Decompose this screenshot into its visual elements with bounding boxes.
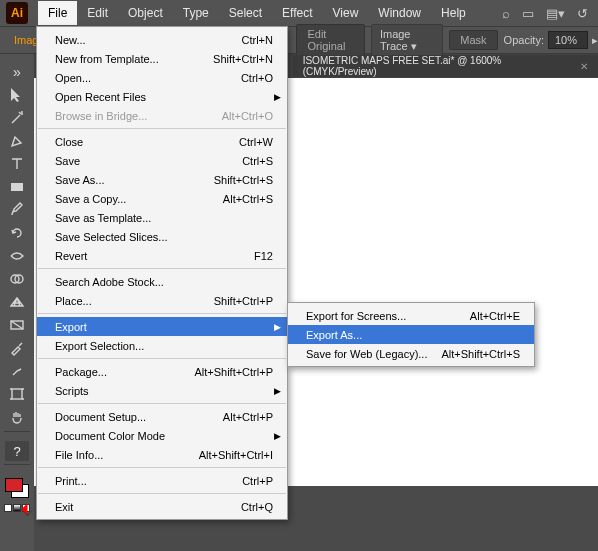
file-menu-item-document-color-mode[interactable]: Document Color Mode▶	[37, 426, 287, 445]
type-tool[interactable]	[3, 152, 31, 175]
file-menu-item-new[interactable]: New...Ctrl+N	[37, 30, 287, 49]
menu-item-label: New from Template...	[55, 53, 159, 65]
menu-separator	[38, 403, 286, 404]
file-menu-item-save-as-template[interactable]: Save as Template...	[37, 208, 287, 227]
menu-item-shortcut: Alt+Shift+Ctrl+P	[194, 366, 273, 378]
menu-view[interactable]: View	[323, 1, 369, 25]
app-abbrev: Ai	[11, 6, 23, 20]
artboard-tool[interactable]	[3, 382, 31, 405]
fill-swatch[interactable]	[5, 478, 23, 492]
menu-select[interactable]: Select	[219, 1, 272, 25]
menu-item-label: New...	[55, 34, 86, 46]
menu-item-shortcut: Alt+Ctrl+P	[223, 411, 273, 423]
file-menu-item-export[interactable]: Export▶	[37, 317, 287, 336]
image-trace-button[interactable]: Image Trace ▾	[371, 24, 443, 57]
pen-tool[interactable]	[3, 129, 31, 152]
export-menu-item-export-as[interactable]: Export As...	[288, 325, 534, 344]
menu-edit[interactable]: Edit	[77, 1, 118, 25]
menu-help[interactable]: Help	[431, 1, 476, 25]
menu-item-label: Open...	[55, 72, 91, 84]
export-menu-item-save-for-web-legacy[interactable]: Save for Web (Legacy)...Alt+Shift+Ctrl+S	[288, 344, 534, 363]
file-menu-item-export-selection[interactable]: Export Selection...	[37, 336, 287, 355]
arrange-icon[interactable]: ▤▾	[546, 6, 565, 21]
layout-icon[interactable]: ▭	[522, 6, 534, 21]
tool-panel: » ?	[0, 54, 34, 551]
file-menu-item-place[interactable]: Place...Shift+Ctrl+P	[37, 291, 287, 310]
file-menu-item-exit[interactable]: ExitCtrl+Q	[37, 497, 287, 516]
gradient-tool[interactable]	[3, 313, 31, 336]
app-icon: Ai	[6, 2, 28, 24]
file-menu-item-document-setup[interactable]: Document Setup...Alt+Ctrl+P	[37, 407, 287, 426]
file-menu-item-new-from-template[interactable]: New from Template...Shift+Ctrl+N	[37, 49, 287, 68]
menu-item-label: Package...	[55, 366, 107, 378]
menu-item-shortcut: Ctrl+Q	[241, 501, 273, 513]
file-menu-item-search-adobe-stock[interactable]: Search Adobe Stock...	[37, 272, 287, 291]
paintbrush-tool[interactable]	[3, 198, 31, 221]
menu-item-label: Export	[55, 321, 87, 333]
file-menu-item-open[interactable]: Open...Ctrl+O	[37, 68, 287, 87]
menu-item-label: Save as Template...	[55, 212, 151, 224]
chevron-right-icon: ▶	[274, 92, 281, 102]
rectangle-tool[interactable]	[3, 175, 31, 198]
menu-item-label: Save for Web (Legacy)...	[306, 348, 427, 360]
search-icon[interactable]: ⌕	[502, 6, 510, 21]
menu-item-label: Close	[55, 136, 83, 148]
file-menu-item-save-as[interactable]: Save As...Shift+Ctrl+S	[37, 170, 287, 189]
color-mode-swatches[interactable]	[4, 504, 30, 512]
selection-tool[interactable]	[3, 83, 31, 106]
menu-item-shortcut: Alt+Ctrl+E	[470, 310, 520, 322]
menu-item-label: Scripts	[55, 385, 89, 397]
width-tool[interactable]	[3, 244, 31, 267]
menu-item-label: Document Setup...	[55, 411, 146, 423]
menu-item-label: Save a Copy...	[55, 193, 126, 205]
expand-icon[interactable]: »	[3, 60, 31, 83]
menu-item-label: Revert	[55, 250, 87, 262]
file-menu-item-open-recent-files[interactable]: Open Recent Files▶	[37, 87, 287, 106]
svg-rect-4	[12, 389, 22, 399]
file-menu-item-browse-in-bridge: Browse in Bridge...Alt+Ctrl+O	[37, 106, 287, 125]
file-menu-item-close[interactable]: CloseCtrl+W	[37, 132, 287, 151]
menu-item-label: Document Color Mode	[55, 430, 165, 442]
file-menu-item-package[interactable]: Package...Alt+Shift+Ctrl+P	[37, 362, 287, 381]
menubar-right: ⌕ ▭ ▤▾ ↺	[502, 6, 598, 21]
menu-item-shortcut: Ctrl+N	[242, 34, 273, 46]
menu-item-label: Exit	[55, 501, 73, 513]
file-menu-item-file-info[interactable]: File Info...Alt+Shift+Ctrl+I	[37, 445, 287, 464]
hand-tool[interactable]	[3, 405, 31, 428]
chevron-right-icon: ▶	[274, 386, 281, 396]
magic-wand-tool[interactable]	[3, 106, 31, 129]
perspective-grid-tool[interactable]	[3, 290, 31, 313]
file-menu-item-scripts[interactable]: Scripts▶	[37, 381, 287, 400]
file-menu-item-save-a-copy[interactable]: Save a Copy...Alt+Ctrl+S	[37, 189, 287, 208]
opacity-value: 10%	[555, 34, 577, 46]
file-menu-item-save[interactable]: SaveCtrl+S	[37, 151, 287, 170]
menu-window[interactable]: Window	[368, 1, 431, 25]
symbol-sprayer-tool[interactable]	[3, 359, 31, 382]
menu-type[interactable]: Type	[173, 1, 219, 25]
eyedropper-tool[interactable]	[3, 336, 31, 359]
sync-icon[interactable]: ↺	[577, 6, 588, 21]
menu-effect[interactable]: Effect	[272, 1, 322, 25]
mask-button[interactable]: Mask	[449, 30, 497, 50]
menu-item-label: Save Selected Slices...	[55, 231, 168, 243]
shape-builder-tool[interactable]	[3, 267, 31, 290]
menu-item-label: Export Selection...	[55, 340, 144, 352]
export-menu-item-export-for-screens[interactable]: Export for Screens...Alt+Ctrl+E	[288, 306, 534, 325]
menu-item-shortcut: F12	[254, 250, 273, 262]
menu-item-shortcut: Alt+Ctrl+O	[222, 110, 273, 122]
close-icon[interactable]: ✕	[580, 61, 588, 72]
file-menu-item-print[interactable]: Print...Ctrl+P	[37, 471, 287, 490]
help-tool[interactable]: ?	[5, 441, 29, 461]
chevron-right-icon[interactable]: ▸	[592, 34, 598, 47]
file-menu-item-revert[interactable]: RevertF12	[37, 246, 287, 265]
edit-original-button[interactable]: Edit Original	[296, 24, 364, 56]
menu-file[interactable]: File	[38, 1, 77, 25]
menu-item-label: Export for Screens...	[306, 310, 406, 322]
menu-object[interactable]: Object	[118, 1, 173, 25]
opacity-control[interactable]: Opacity: 10% ▸	[504, 31, 598, 49]
menu-item-label: Place...	[55, 295, 92, 307]
file-menu-item-save-selected-slices[interactable]: Save Selected Slices...	[37, 227, 287, 246]
menu-separator	[38, 358, 286, 359]
rotate-tool[interactable]	[3, 221, 31, 244]
document-tab[interactable]: ISOMETRIC MAPS FREE SET.ai* @ 1600% (CMY…	[293, 55, 598, 77]
